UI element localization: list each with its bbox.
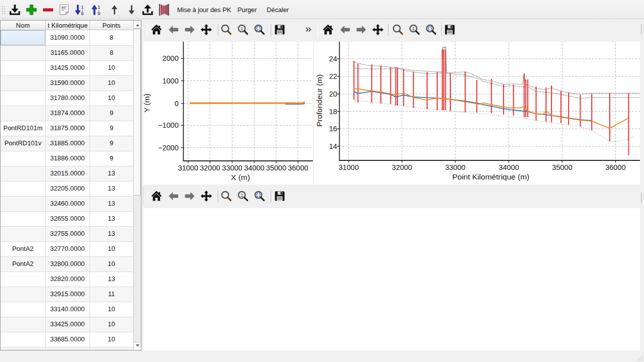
svg-text:35000: 35000 [552,163,572,171]
svg-text:18: 18 [329,108,337,116]
svg-text:Profondeur (m): Profondeur (m) [315,74,324,127]
svg-text:Point Kilométrique (m): Point Kilométrique (m) [452,172,529,181]
svg-text:20: 20 [329,90,337,98]
svg-text:−2000: −2000 [158,144,179,152]
svg-text:31000: 31000 [339,163,359,171]
svg-text:31000: 31000 [178,164,198,172]
svg-text:Y (m): Y (m) [143,94,151,113]
svg-text:14: 14 [329,142,337,150]
svg-text:35000: 35000 [266,164,286,172]
svg-text:0: 0 [175,100,179,108]
svg-text:33000: 33000 [445,163,465,171]
svg-text:24: 24 [329,55,337,63]
svg-text:16: 16 [329,125,337,133]
svg-text:22: 22 [329,72,337,80]
svg-text:33000: 33000 [222,164,242,172]
svg-text:X (m): X (m) [231,173,250,182]
svg-text:1000: 1000 [163,77,179,85]
svg-text:2000: 2000 [163,54,179,62]
svg-text:−1000: −1000 [158,121,179,129]
svg-text:36000: 36000 [605,163,625,171]
svg-text:32000: 32000 [392,163,412,171]
svg-text:36000: 36000 [288,164,308,172]
svg-text:34000: 34000 [499,163,519,171]
svg-text:32000: 32000 [200,164,220,172]
svg-text:34000: 34000 [244,164,264,172]
